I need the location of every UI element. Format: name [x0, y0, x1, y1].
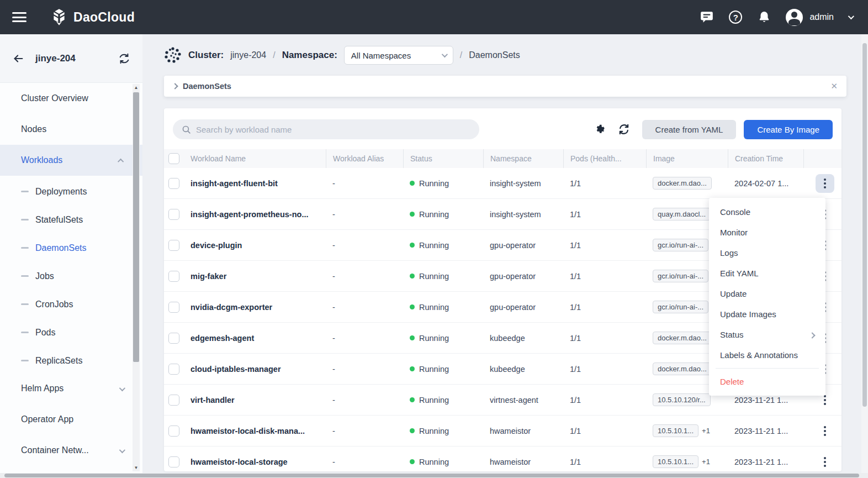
column-header-workload-name: Workload Name: [184, 149, 326, 168]
sidebar-scrollbar[interactable]: ▲ ▼: [133, 84, 140, 471]
column-header-workload-alias: Workload Alias: [326, 149, 403, 168]
topbar: DaoCloud ? admin: [0, 0, 868, 34]
help-icon[interactable]: ?: [728, 10, 743, 24]
row-checkbox[interactable]: [168, 426, 179, 437]
workload-name-link[interactable]: nvidia-dcgm-exporter: [190, 303, 272, 312]
sidebar-item-pods[interactable]: Pods: [0, 320, 142, 345]
workload-name-link[interactable]: insight-agent-fluent-bit: [190, 179, 278, 188]
sidebar-item-container-netw[interactable]: Container Netw...: [0, 435, 142, 466]
sidebar-item-label: Workloads: [21, 155, 62, 165]
create-from-yaml-button[interactable]: Create from YAML: [642, 120, 737, 139]
back-arrow-icon[interactable]: [12, 52, 24, 65]
context-menu-item-labels-annotations[interactable]: Labels & Annotations: [709, 345, 825, 365]
bell-icon[interactable]: [757, 10, 771, 24]
page-horizontal-scrollbar[interactable]: [0, 473, 868, 478]
workload-name-link[interactable]: virt-handler: [190, 396, 235, 405]
tab-title[interactable]: DaemonSets: [183, 82, 231, 91]
sidebar-item-replicasets[interactable]: ReplicaSets: [0, 348, 142, 373]
row-checkbox[interactable]: [168, 240, 179, 251]
image-tag: quay.m.daocl...: [653, 208, 711, 220]
row-context-menu: Console Monitor Logs Edit YAML Update Up…: [709, 198, 825, 396]
row-actions-kebab-icon[interactable]: [816, 422, 834, 440]
page-vertical-scrollbar[interactable]: [861, 34, 868, 474]
workload-name-link[interactable]: device-plugin: [190, 241, 242, 250]
refresh-icon[interactable]: [618, 123, 630, 135]
workload-alias: -: [326, 458, 403, 466]
namespace-label: Namespace:: [282, 50, 337, 61]
close-tab-icon[interactable]: ✕: [830, 81, 838, 91]
settings-gear-icon[interactable]: [594, 124, 606, 135]
search-input[interactable]: [196, 125, 470, 134]
image-extra-count: +1: [702, 427, 710, 435]
sidebar-item-cluster-overview[interactable]: Cluster Overview: [0, 83, 142, 114]
row-actions-kebab-icon[interactable]: [816, 453, 834, 471]
sidebar-item-statefulsets[interactable]: StatefulSets: [0, 207, 142, 232]
brand-logo[interactable]: DaoCloud: [50, 8, 135, 27]
scroll-up-icon[interactable]: ▲: [133, 84, 140, 91]
sidebar-item-cronjobs[interactable]: CronJobs: [0, 292, 142, 317]
vertical-scroll-thumb[interactable]: [862, 43, 867, 407]
scroll-down-icon[interactable]: ▼: [133, 464, 140, 471]
select-all-checkbox[interactable]: [168, 153, 179, 164]
context-menu-item-logs[interactable]: Logs: [709, 243, 825, 263]
dash-icon: [21, 191, 29, 192]
chevron-icon: [119, 445, 124, 455]
switch-cluster-icon[interactable]: [118, 52, 130, 65]
sidebar-item-workloads[interactable]: Workloads: [0, 145, 142, 176]
context-menu-item-status[interactable]: Status: [709, 324, 825, 345]
table-row: hwameistor-local-storage - Running hwame…: [164, 447, 841, 471]
workload-name-link[interactable]: cloud-iptables-manager: [190, 365, 281, 374]
table-row: insight-agent-fluent-bit - Running insig…: [164, 168, 841, 199]
workload-alias: -: [326, 303, 403, 312]
workload-name-link[interactable]: hwameistor-local-storage: [190, 458, 288, 466]
search-box[interactable]: [173, 119, 479, 139]
status-dot-icon: [410, 428, 415, 433]
context-menu-item-update[interactable]: Update: [709, 283, 825, 304]
row-checkbox[interactable]: [168, 395, 179, 406]
cluster-value[interactable]: jinye-204: [230, 50, 266, 60]
context-menu-item-delete[interactable]: Delete: [709, 371, 825, 392]
workload-name-link[interactable]: mig-faker: [190, 272, 226, 281]
create-by-image-button[interactable]: Create By Image: [744, 120, 833, 139]
context-menu-item-console[interactable]: Console: [709, 202, 825, 222]
sidebar-item-helm-apps[interactable]: Helm Apps: [0, 373, 142, 404]
sidebar-nav: Cluster Overview Nodes Workloads Deploym…: [0, 83, 142, 472]
sidebar-item-label: DaemonSets: [35, 243, 87, 253]
context-menu-item-update-images[interactable]: Update Images: [709, 304, 825, 324]
namespace-cell: hwameistor: [483, 458, 563, 466]
status-dot-icon: [410, 366, 415, 371]
context-menu-item-edit-yaml[interactable]: Edit YAML: [709, 263, 825, 283]
workload-name-link[interactable]: hwameistor-local-disk-mana...: [190, 427, 305, 435]
user-avatar[interactable]: [786, 9, 803, 26]
sidebar-item-label: Jobs: [35, 271, 54, 281]
sidebar-scroll-thumb[interactable]: [133, 92, 139, 362]
workload-name-link[interactable]: insight-agent-prometheus-no...: [190, 210, 308, 219]
sidebar-item-deployments[interactable]: Deployments: [0, 179, 142, 204]
status-text: Running: [419, 303, 449, 312]
row-checkbox[interactable]: [168, 271, 179, 282]
chevron-icon: [119, 384, 124, 393]
menu-divider: [716, 368, 819, 369]
image-tag: gcr.io/run-ai-...: [653, 239, 708, 251]
row-checkbox[interactable]: [168, 364, 179, 375]
sidebar-item-daemonsets[interactable]: DaemonSets: [0, 235, 142, 260]
workload-alias: -: [326, 334, 403, 343]
horizontal-scroll-thumb[interactable]: [4, 474, 859, 477]
row-checkbox[interactable]: [168, 302, 179, 313]
feedback-chat-icon[interactable]: [700, 10, 714, 24]
row-checkbox[interactable]: [168, 209, 179, 220]
row-actions-kebab-icon[interactable]: [816, 174, 834, 193]
hamburger-menu-icon[interactable]: [12, 12, 27, 22]
sidebar-item-operator-app[interactable]: Operator App: [0, 404, 142, 435]
workload-alias: -: [326, 427, 403, 435]
sidebar-item-jobs[interactable]: Jobs: [0, 264, 142, 288]
sidebar-item-nodes[interactable]: Nodes: [0, 114, 142, 145]
workload-name-link[interactable]: edgemesh-agent: [190, 334, 254, 343]
row-checkbox[interactable]: [168, 456, 179, 468]
row-checkbox[interactable]: [168, 333, 179, 344]
namespace-select[interactable]: All Namespaces: [344, 46, 453, 65]
context-menu-item-monitor[interactable]: Monitor: [709, 222, 825, 243]
sidebar-item-crds[interactable]: CRDs: [0, 466, 142, 472]
row-checkbox[interactable]: [168, 178, 179, 189]
user-menu-chevron-icon[interactable]: [848, 13, 854, 19]
